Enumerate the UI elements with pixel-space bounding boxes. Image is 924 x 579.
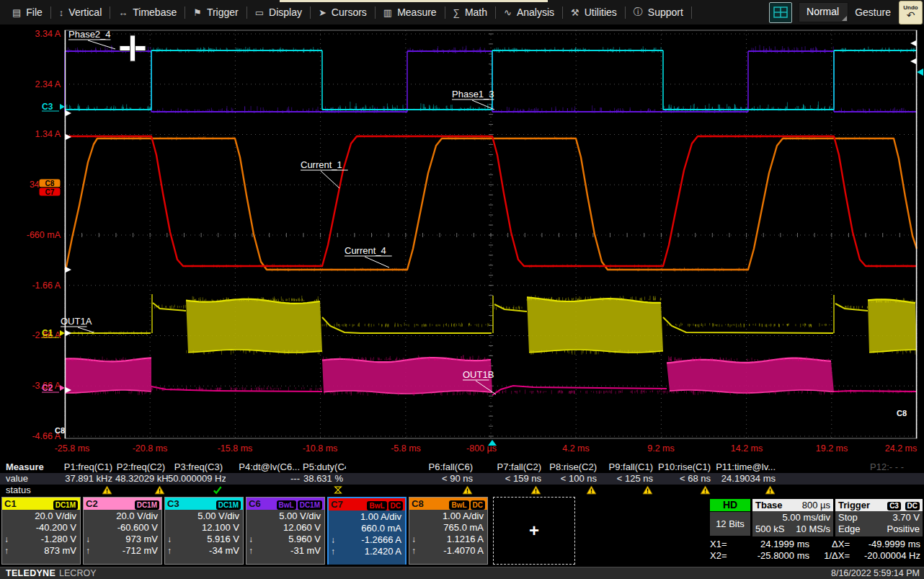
- trigger-mode: Stop: [838, 512, 858, 523]
- vertical-icon: ↕: [59, 7, 64, 18]
- channel-id: C3: [167, 498, 179, 509]
- rising-arrow-icon: ↑: [331, 546, 335, 557]
- rising-arrow-icon: ↑: [167, 545, 172, 557]
- measure-table[interactable]: MeasureP1:freq(C1)P2:freq(C2)P3:freq(C3)…: [0, 461, 924, 496]
- channel-header: C1DC1M: [2, 498, 80, 510]
- menu-item-support[interactable]: ⓘSupport: [626, 0, 691, 25]
- channel-header: C7BwLDC: [329, 498, 405, 511]
- add-channel-button[interactable]: +: [493, 497, 575, 565]
- menu-item-measure[interactable]: ▥Measure: [376, 0, 445, 25]
- channel-offset: 660.0 mA: [331, 523, 401, 534]
- menu-item-trigger[interactable]: ⚑Trigger: [185, 0, 246, 25]
- channel-scale: 1.00 A/div: [331, 511, 401, 523]
- measure-value: < 159 ns: [476, 473, 544, 485]
- menu-item-display[interactable]: ▭Display: [247, 0, 310, 25]
- channel-descriptors: C1DC1M20.0 V/div-40.200 V↓-1.280 V↑873 m…: [1, 497, 575, 565]
- measure-status-none-icon: [226, 485, 303, 496]
- x-axis-label: 4.2 ms: [562, 443, 590, 454]
- trace-label-out1b[interactable]: OUT1B: [463, 369, 494, 380]
- y-axis-label: 1.34 A: [35, 129, 61, 139]
- channel-offset: -60.600 V: [86, 522, 158, 534]
- channel-box-c8[interactable]: C8BwLDC1.00 A/div765.0 mA↓1.1216 A↑-1.40…: [409, 497, 488, 565]
- measure-param-name[interactable]: P7:fall(C2): [476, 461, 544, 473]
- channel-id: C6: [249, 498, 261, 509]
- menu-item-vertical[interactable]: ↕Vertical: [51, 0, 110, 25]
- measure-value: < 68 ns: [656, 473, 714, 485]
- analysis-icon: ∿: [504, 7, 512, 18]
- timebase-title: Tbase: [755, 499, 783, 511]
- channel-high-value: -1.4070 A: [443, 545, 484, 557]
- channel-offset: 12.060 V: [249, 522, 321, 534]
- measure-param-name[interactable]: P6:fall(C6): [346, 461, 476, 473]
- measure-value: 50.000009 Hz: [168, 473, 226, 485]
- trace-label-phase2_4[interactable]: Phase2_4: [68, 29, 111, 40]
- y-axis-label: -1.66 A: [32, 280, 61, 291]
- measure-row-label: status: [0, 485, 63, 496]
- menu-item-label: Measure: [397, 6, 436, 18]
- channel-box-c1[interactable]: C1DC1M20.0 V/div-40.200 V↓-1.280 V↑873 m…: [1, 497, 81, 565]
- grid-display-button[interactable]: [769, 2, 792, 23]
- menu-item-math[interactable]: ∑Math: [445, 0, 495, 25]
- trigger-slope: Positive: [887, 523, 920, 535]
- measure-param-name[interactable]: P2:freq(C2): [115, 461, 168, 473]
- trigger-level: 3.70 V: [892, 512, 920, 523]
- gesture-label: Gesture: [855, 6, 892, 18]
- datetime-label: 8/16/2022 5:59:14 PM: [831, 568, 924, 578]
- measure-param-name[interactable]: P8:rise(C2): [544, 461, 600, 473]
- hd-mode-box[interactable]: HD 12 Bits: [710, 499, 750, 536]
- channel-box-c2[interactable]: C2DC1M20.0 V/div-60.600 V↓973 mV↑-712 mV: [83, 497, 162, 565]
- channel-low-value: -1.2666 A: [361, 534, 401, 546]
- measure-value: 38.631 %: [303, 473, 346, 485]
- channel-box-c6[interactable]: C6BwLDC1M5.00 V/div12.060 V↓5.960 V↑-31 …: [246, 497, 325, 565]
- coupling-badge: BwL: [367, 501, 386, 511]
- x-axis-label: -5.8 ms: [391, 443, 421, 454]
- trigger-type: Edge: [838, 523, 860, 535]
- measure-param-name[interactable]: P1:freq(C1): [63, 461, 115, 473]
- menu-item-timebase[interactable]: ↔Timebase: [110, 0, 185, 25]
- trace-label-phase1_3[interactable]: Phase1_3: [452, 89, 494, 100]
- channel-id: C7: [331, 499, 343, 510]
- svg-text:C3: C3: [42, 102, 53, 112]
- trigger-level-marker: [917, 68, 923, 76]
- measure-status-warn-icon: [346, 485, 476, 496]
- trigger-source-badge: C3: [887, 502, 901, 511]
- measure-status: [778, 485, 924, 496]
- measure-row-label: value: [0, 473, 63, 485]
- trace-label-current_1[interactable]: Current_1: [301, 159, 342, 170]
- undo-button[interactable]: Undo ↶: [899, 1, 923, 25]
- measure-param-name[interactable]: P11:time@lv...: [714, 461, 778, 473]
- x-axis-label: -15.8 ms: [218, 443, 253, 454]
- measure-param-name-empty[interactable]: P12:- - -: [778, 461, 924, 473]
- channel-box-c7[interactable]: C7BwLDC1.00 A/div660.0 mA↓-1.2666 A↑1.24…: [327, 497, 407, 565]
- invdx-value: -20.00004 Hz: [850, 550, 923, 562]
- timebase-box[interactable]: Tbase 800 µs 5.00 ms/div 500 kS 10 MS/s: [752, 499, 833, 536]
- measure-param-name[interactable]: P4:dt@lv(C6...: [226, 461, 303, 473]
- measure-param-name[interactable]: P10:rise(C1): [656, 461, 714, 473]
- measure-status-warn-icon: [476, 485, 544, 496]
- channel-low-value: 5.960 V: [288, 534, 321, 545]
- measure-param-name[interactable]: P3:freq(C3): [168, 461, 226, 473]
- measure-param-name[interactable]: P5:duty(C4): [303, 461, 346, 473]
- menu-item-cursors[interactable]: ➤Cursors: [311, 0, 375, 25]
- grid-channel-tag: C8: [55, 426, 65, 435]
- menu-item-analysis[interactable]: ∿Analysis: [496, 0, 562, 25]
- channel-id: C1: [4, 498, 17, 509]
- falling-arrow-icon: ↓: [412, 534, 416, 545]
- channel-offset-marker-c8: C8: [45, 180, 55, 187]
- channel-scale: 5.00 V/div: [249, 511, 321, 522]
- trace-label-current_4[interactable]: Current_4: [345, 245, 386, 256]
- trigger-box[interactable]: Trigger C3 DC Stop 3.70 V Edge Positive: [835, 499, 923, 536]
- plus-icon: +: [529, 521, 539, 541]
- channel-box-c3[interactable]: C3DC1M5.00 V/div12.100 V↓5.916 V↑-34 mV: [164, 497, 244, 565]
- channel-offset-marker-c1: [60, 330, 65, 336]
- display-mode-dropdown[interactable]: Normal: [799, 2, 848, 22]
- channel-high-value: 873 mV: [44, 545, 76, 557]
- y-axis-label: -660 mA: [27, 230, 61, 240]
- measure-param-name[interactable]: P9:fall(C1): [600, 461, 656, 473]
- menu-item-utilities[interactable]: ⚒Utilities: [563, 0, 625, 25]
- x2-value: -25.8000 ms: [734, 550, 809, 562]
- menu-item-file[interactable]: ▤File: [4, 0, 50, 25]
- measure-value: 37.891 kHz: [63, 473, 115, 485]
- waveform-display[interactable]: 3.34 A2.34 A1.34 A340 mA-660 mA-1.66 A-2…: [0, 0, 924, 461]
- file-icon: ▤: [12, 7, 21, 18]
